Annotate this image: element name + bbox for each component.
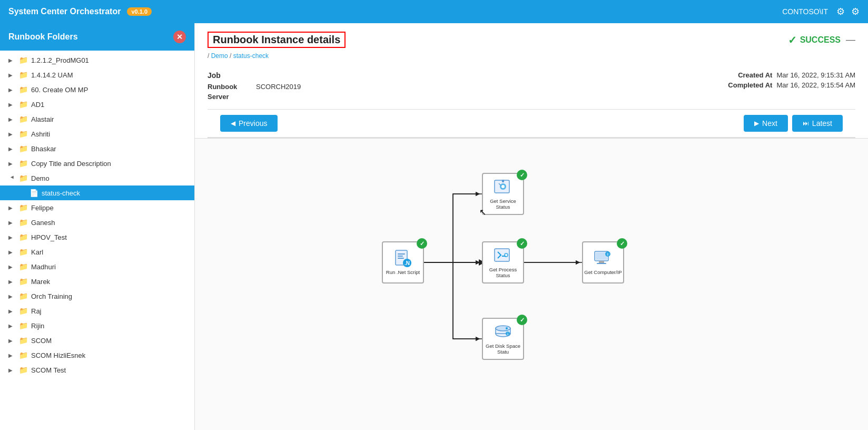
folder-icon: 📁	[19, 351, 28, 359]
breadcrumb-demo[interactable]: Demo	[211, 52, 228, 60]
sidebar-item-bhaskar[interactable]: ▶ 📁 Bhaskar	[0, 141, 194, 156]
header-right: CONTOSO\IT ⚙ ⚙	[782, 6, 860, 17]
breadcrumb: / Demo / status-check	[208, 52, 855, 60]
sidebar-item-alastair[interactable]: ▶ 📁 Alastair	[0, 112, 194, 126]
process-icon	[494, 247, 512, 266]
gear-icon[interactable]: ⚙	[851, 6, 860, 17]
activity-get-computer-ip[interactable]: ✓ i Get Computer/IP	[582, 241, 624, 284]
navigation-bar: ◀ Previous ▶ Next ⏭ Latest	[208, 109, 855, 138]
chevron-icon: ▼	[9, 174, 15, 182]
sidebar-item-karl[interactable]: ▶ 📁 Karl	[0, 245, 194, 259]
left-arrow-icon: ◀	[231, 120, 235, 127]
chevron-icon: ▶	[8, 353, 16, 358]
sidebar-item-label: 60. Create OM MP	[31, 86, 88, 94]
sidebar-item-label: Alastair	[31, 115, 54, 123]
activity-get-process-status[interactable]: ✓ Get Process Status	[482, 241, 524, 284]
sidebar-item-1212[interactable]: ▶ 📁 1.2.1.2_ProdMG01	[0, 53, 194, 67]
sidebar-list: ▶ 📁 1.2.1.2_ProdMG01 ▶ 📁 1.4.14.2 UAM ▶ …	[0, 51, 194, 430]
folder-icon: 📁	[19, 233, 28, 241]
sidebar-item-label: SCOM HizliEsnek	[31, 351, 85, 359]
computer-icon: i	[594, 249, 613, 268]
created-value: Mar 16, 2022, 9:15:31 AM	[776, 71, 855, 79]
sidebar-item-scom[interactable]: ▶ 📁 SCOM	[0, 333, 194, 348]
svg-rect-8	[398, 258, 404, 259]
activity-get-disk-space[interactable]: ✓ i Get Disk Space Statu	[482, 318, 524, 360]
chevron-icon: ▶	[8, 264, 16, 270]
activity-run-net-script[interactable]: ✓ .N Run .Net Script	[382, 241, 424, 284]
sidebar-item-label: HPOV_Test	[31, 233, 67, 241]
sidebar-close-button[interactable]: ✕	[173, 31, 186, 43]
sidebar-title: Runbook Folders	[8, 32, 78, 42]
sidebar-item-statuscheck[interactable]: 📄 status-check	[0, 185, 194, 200]
sidebar-item-label: Marek	[31, 278, 50, 286]
sidebar-item-orch[interactable]: ▶ 📁 Orch Training	[0, 289, 194, 304]
diagram-area: ✓ .N Run .Net Script ✓	[195, 139, 868, 430]
success-badge: ✓	[517, 238, 527, 249]
folder-icon: 📁	[19, 100, 28, 109]
status-success: ✓ SUCCESS —	[788, 34, 855, 46]
folder-icon: 📁	[19, 159, 28, 168]
sidebar-item-label: Orch Training	[31, 292, 72, 300]
sidebar-item-label: 1.4.14.2 UAM	[31, 71, 73, 79]
created-row: Created At Mar 16, 2022, 9:15:31 AM	[728, 71, 855, 79]
checkmark-icon: ✓	[788, 34, 797, 46]
sidebar-item-label: Karl	[31, 248, 43, 256]
success-badge: ✓	[517, 170, 527, 180]
sidebar-item-hpov[interactable]: ▶ 📁 HPOV_Test	[0, 230, 194, 245]
folder-icon: 📁	[19, 56, 28, 64]
folder-icon: 📁	[19, 248, 28, 256]
sidebar-item-label: Rijin	[31, 322, 44, 330]
chevron-icon: ▶	[8, 234, 16, 240]
sidebar-item-label: SCOM	[31, 337, 52, 345]
svg-point-13	[501, 185, 505, 188]
sidebar-item-demo[interactable]: ▼ 📁 Demo	[0, 171, 194, 185]
sidebar-item-ad1[interactable]: ▶ 📁 AD1	[0, 97, 194, 112]
sidebar-item-marek[interactable]: ▶ 📁 Marek	[0, 274, 194, 289]
next-button[interactable]: ▶ Next	[744, 115, 788, 132]
folder-icon: 📁	[19, 130, 28, 138]
settings-icon[interactable]: ⚙	[836, 6, 845, 17]
job-right: Created At Mar 16, 2022, 9:15:31 AM Comp…	[728, 71, 855, 103]
folder-icon: 📁	[19, 366, 28, 374]
sidebar-item-ashriti[interactable]: ▶ 📁 Ashriti	[0, 126, 194, 141]
chevron-icon: ▶	[8, 323, 16, 329]
sidebar-item-felippe[interactable]: ▶ 📁 Felippe	[0, 200, 194, 215]
sidebar-item-1414[interactable]: ▶ 📁 1.4.14.2 UAM	[0, 67, 194, 82]
sidebar-item-scomtest[interactable]: ▶ 📁 SCOM Test	[0, 363, 194, 377]
latest-button[interactable]: ⏭ Latest	[792, 115, 843, 132]
sidebar-item-raj[interactable]: ▶ 📁 Raj	[0, 304, 194, 318]
success-badge: ✓	[517, 315, 527, 325]
chevron-icon: ▶	[8, 102, 16, 108]
nav-left: ◀ Previous	[220, 115, 278, 132]
header-icons: ⚙ ⚙	[836, 6, 860, 17]
runbook-field: Runbook SCORCH2019	[208, 83, 301, 91]
folder-icon: 📁	[19, 262, 28, 271]
folder-icon: 📁	[19, 336, 28, 345]
breadcrumb-runbook[interactable]: status-check	[233, 52, 269, 60]
sidebar-item-ganesh[interactable]: ▶ 📁 Ganesh	[0, 215, 194, 230]
sidebar-item-rijin[interactable]: ▶ 📁 Rijin	[0, 318, 194, 333]
nav-right: ▶ Next ⏭ Latest	[744, 115, 843, 132]
chevron-icon: ▶	[8, 308, 16, 314]
breadcrumb-separator: /	[208, 52, 211, 60]
breadcrumb-separator2: /	[230, 52, 233, 60]
folder-icon: 📁	[19, 144, 28, 153]
app-title: System Center Orchestrator	[8, 7, 121, 16]
previous-button[interactable]: ◀ Previous	[220, 115, 278, 132]
activity-get-service-status[interactable]: ✓ Get Service Status	[482, 173, 524, 215]
sidebar-item-madhuri[interactable]: ▶ 📁 Madhuri	[0, 259, 194, 274]
chevron-icon: ▶	[8, 249, 16, 255]
folder-icon: 📁	[19, 85, 28, 94]
completed-label: Completed At	[728, 81, 772, 89]
sidebar-item-label: Madhuri	[31, 263, 56, 271]
chevron-icon: ▶	[8, 367, 16, 373]
chevron-icon: ▶	[8, 87, 16, 93]
sidebar-item-label: 1.2.1.2_ProdMG01	[31, 56, 89, 64]
sidebar-item-label: Ashriti	[31, 130, 50, 138]
sidebar-item-copytitle[interactable]: ▶ 📁 Copy Title and Description	[0, 156, 194, 171]
sidebar-item-scomhizli[interactable]: ▶ 📁 SCOM HizliEsnek	[0, 348, 194, 363]
sidebar-item-60[interactable]: ▶ 📁 60. Create OM MP	[0, 82, 194, 97]
folder-icon: 📁	[19, 174, 28, 182]
connector-lines	[195, 139, 868, 430]
chevron-icon: ▶	[8, 57, 16, 63]
